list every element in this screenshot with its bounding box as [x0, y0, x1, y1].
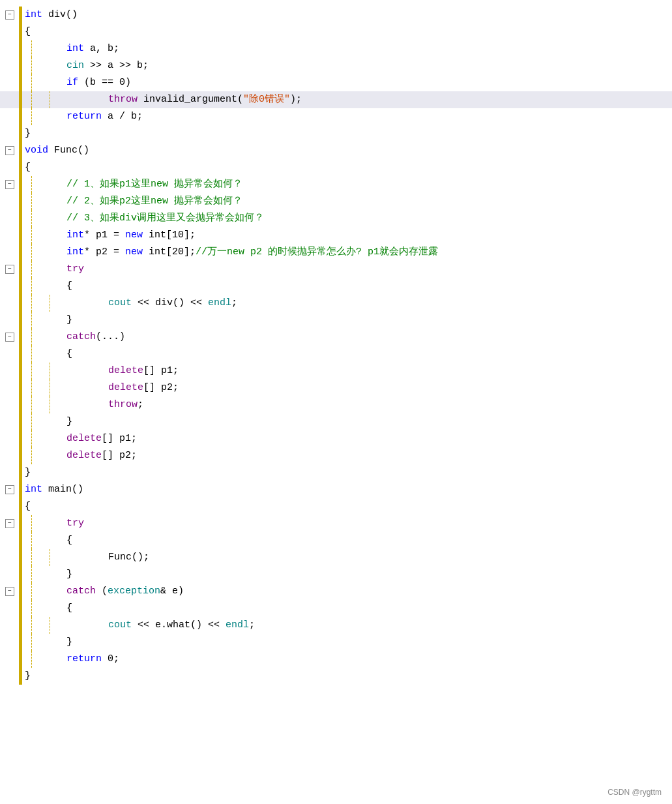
indent-level [22, 430, 40, 447]
code-line: } [0, 668, 672, 685]
gutter [0, 74, 20, 91]
code-content: // 2、如果p2这里new 抛异常会如何？ [40, 193, 242, 210]
code-line: cout << e.what() << endl; [0, 617, 672, 634]
vertical-line [50, 363, 50, 380]
fold-button[interactable]: − [5, 485, 14, 494]
indent-level [22, 413, 40, 430]
gutter: − [0, 583, 20, 600]
gutter [0, 668, 20, 685]
code-token: } [43, 312, 72, 328]
code-token: 0; [102, 651, 119, 667]
gutter [0, 193, 20, 210]
code-token: } [43, 414, 72, 430]
code-token: { [25, 24, 31, 40]
indent-level [22, 329, 40, 346]
code-token: throw [61, 397, 138, 413]
code-line: { [0, 600, 672, 617]
code-content: int* p1 = new int[10]; [40, 227, 196, 244]
code-token: delete [43, 448, 102, 464]
code-line: // 3、如果div调用这里又会抛异常会如何？ [0, 210, 672, 227]
vertical-line [31, 396, 32, 413]
indent-area [22, 566, 40, 583]
code-token: } [25, 668, 31, 684]
gutter [0, 40, 20, 57]
code-line: delete[] p2; [0, 447, 672, 464]
fold-button[interactable]: − [5, 265, 14, 274]
indent-area [22, 363, 59, 380]
code-line: { [0, 278, 672, 295]
code-token: & e) [160, 584, 184, 599]
fold-button[interactable]: − [5, 146, 14, 155]
code-token: if [43, 75, 78, 91]
vertical-line [31, 91, 32, 108]
code-token: Func(); [61, 550, 149, 565]
code-content: { [40, 346, 72, 363]
gutter: − [0, 176, 20, 193]
code-token: try [43, 516, 84, 531]
code-line: } [0, 413, 672, 430]
vertical-line [31, 261, 32, 278]
code-content: // 1、如果p1这里new 抛异常会如何？ [40, 176, 242, 193]
code-token: new [125, 245, 143, 260]
indent-area [22, 210, 40, 227]
fold-button[interactable]: − [5, 519, 14, 528]
vertical-line [31, 549, 32, 566]
code-content: { [40, 532, 72, 549]
code-line: { [0, 159, 672, 176]
code-lines-container: −int div(){ int a, b; cin >> a >> b; if … [0, 7, 672, 685]
code-token: cout [61, 618, 132, 633]
code-content: { [22, 23, 31, 40]
code-content: try [40, 261, 84, 278]
code-token: catch [43, 329, 96, 345]
fold-button[interactable]: − [5, 587, 14, 596]
indent-level [22, 380, 40, 396]
code-line: delete[] p1; [0, 363, 672, 380]
code-token: { [43, 601, 72, 616]
indent-area [22, 396, 59, 413]
code-token: endl [226, 618, 249, 633]
vertical-line [31, 600, 32, 617]
code-line: return a / b; [0, 108, 672, 125]
vertical-line [50, 549, 50, 566]
fold-button[interactable]: − [5, 10, 14, 20]
code-token: ); [290, 92, 302, 108]
code-line: { [0, 346, 672, 363]
indent-area [22, 413, 40, 430]
code-token: delete [61, 380, 143, 396]
fold-button[interactable]: − [5, 180, 14, 189]
code-token: cin [43, 58, 84, 74]
gutter [0, 108, 20, 125]
gutter [0, 430, 20, 447]
gutter [0, 549, 20, 566]
vertical-line [31, 346, 32, 363]
code-token: [] p2; [102, 448, 137, 464]
indent-area [22, 40, 40, 57]
code-line: throw invalid_argument("除0错误"); [0, 91, 672, 108]
vertical-line [31, 566, 32, 583]
vertical-line [31, 40, 32, 57]
gutter [0, 532, 20, 549]
vertical-line [50, 380, 50, 396]
indent-area [22, 108, 40, 125]
indent-level [40, 380, 59, 396]
code-content: catch (exception& e) [40, 583, 184, 600]
vertical-line [31, 278, 32, 295]
code-line: return 0; [0, 651, 672, 668]
fold-button[interactable]: − [5, 333, 14, 342]
indent-area [22, 430, 40, 447]
gutter [0, 159, 20, 176]
indent-area [22, 278, 40, 295]
gutter [0, 413, 20, 430]
code-line: int* p1 = new int[10]; [0, 227, 672, 244]
code-content: { [40, 278, 72, 295]
code-token: } [25, 126, 31, 141]
code-line: − catch(...) [0, 329, 672, 346]
code-line: Func(); [0, 549, 672, 566]
indent-area [22, 380, 59, 396]
code-token: int [43, 228, 84, 243]
code-content: // 3、如果div调用这里又会抛异常会如何？ [40, 210, 264, 227]
indent-level [40, 91, 59, 108]
vertical-line [31, 651, 32, 668]
code-content: if (b == 0) [40, 74, 131, 91]
code-line: − try [0, 261, 672, 278]
